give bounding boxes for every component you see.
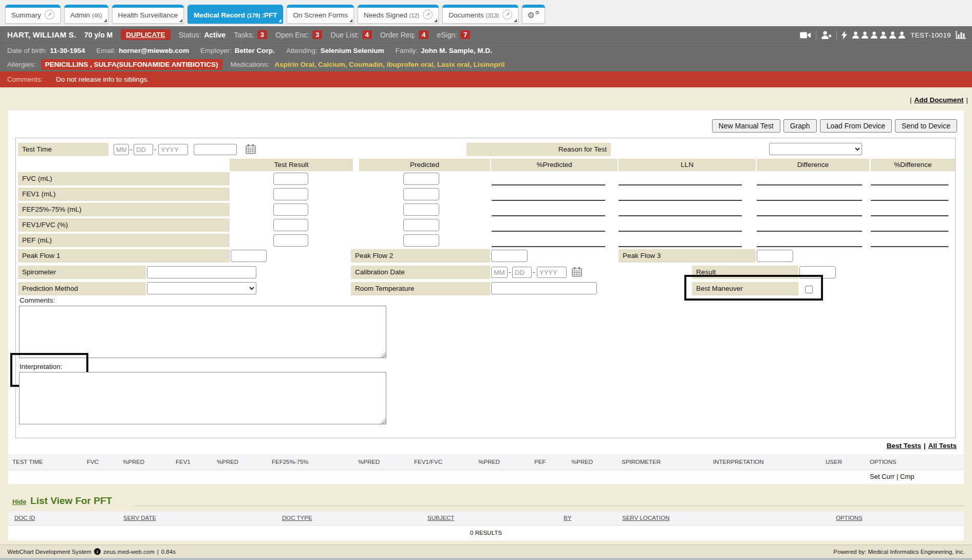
- popout-icon[interactable]: ↗: [423, 10, 433, 20]
- test-time-time-input[interactable]: [194, 144, 237, 155]
- fef25-75-pct-predicted-line: [492, 215, 605, 216]
- results-col-test-time: TEST TIME: [12, 459, 43, 465]
- list-col-subject[interactable]: SUBJECT: [427, 515, 454, 521]
- list-col-serv-date[interactable]: SERV DATE: [123, 515, 156, 521]
- calendar-icon[interactable]: [572, 267, 582, 277]
- load-from-device-button[interactable]: Load From Device: [820, 119, 892, 133]
- fvc-predicted-input[interactable]: [403, 173, 439, 185]
- due-list-counter[interactable]: Due List: 4: [330, 30, 371, 39]
- calibration-month-input[interactable]: [491, 267, 508, 278]
- fvc-difference-line: [757, 184, 862, 185]
- order-req-badge[interactable]: 4: [419, 30, 428, 39]
- room-temperature-label: Room Temperature: [351, 282, 490, 295]
- reason-for-test-select[interactable]: [769, 143, 862, 155]
- room-temperature-input[interactable]: [491, 282, 597, 294]
- fvc-pct-difference-line: [871, 184, 948, 185]
- duplicate-flag[interactable]: DUPLICATE: [121, 29, 170, 40]
- peak-flow-1-label: Peak Flow 1: [18, 249, 230, 263]
- fef25-75-test-result-input[interactable]: [273, 203, 308, 216]
- due-list-badge[interactable]: 4: [362, 30, 372, 39]
- best-tests-link[interactable]: Best Tests: [887, 442, 921, 450]
- list-col-doc-id[interactable]: DOC ID: [14, 515, 35, 521]
- send-to-device-button[interactable]: Send to Device: [895, 119, 957, 133]
- peak-flow-2-input[interactable]: [491, 250, 528, 262]
- new-manual-test-button[interactable]: New Manual Test: [712, 119, 780, 133]
- fev1-test-result-input[interactable]: [273, 188, 308, 200]
- pft-document-list-table: DOC ID SERV DATE DOC TYPE SUBJECT BY SER…: [8, 511, 964, 540]
- tab-medical-record[interactable]: Medical Record (179) :PFT: [188, 5, 283, 24]
- results-filter-links: Best Tests|All Tests: [887, 442, 957, 450]
- stats-chart-icon[interactable]: [956, 31, 966, 39]
- divider: [836, 31, 837, 40]
- list-col-serv-location[interactable]: SERV LOCATION: [622, 515, 669, 521]
- graph-button[interactable]: Graph: [783, 119, 817, 133]
- tab-documents[interactable]: Documents (313) ↗: [442, 5, 518, 24]
- tab-count: (313): [486, 12, 499, 18]
- hide-link[interactable]: Hide: [12, 498, 26, 506]
- esign-counter[interactable]: eSign: 7: [437, 30, 470, 39]
- popout-icon[interactable]: ↗: [502, 10, 512, 20]
- footer-host: zeus.med-web.com: [103, 549, 155, 555]
- result-input[interactable]: [799, 266, 836, 278]
- fef25-75-predicted-input[interactable]: [403, 203, 439, 216]
- settings-gear-button[interactable]: ⚙ ⚙: [522, 5, 545, 24]
- patients-group-icons[interactable]: [852, 31, 906, 39]
- person-add-icon[interactable]: [821, 31, 832, 39]
- calibration-day-input[interactable]: [512, 267, 532, 278]
- set-curr-cmp-links[interactable]: Set Curr | Cmp: [870, 473, 914, 480]
- results-col-fvc: FVC: [87, 459, 99, 465]
- test-time-day-input[interactable]: [134, 144, 153, 155]
- row-label-fvc: FVC (mL): [18, 172, 230, 185]
- calibration-date-label: Calibration Date: [351, 266, 490, 279]
- reason-for-test-label: Reason for Test: [466, 143, 611, 156]
- tab-admin[interactable]: Admin (46): [64, 5, 108, 24]
- prediction-method-select[interactable]: [147, 282, 256, 294]
- list-col-doc-type[interactable]: DOC TYPE: [282, 515, 312, 521]
- results-col-pef: PEF: [534, 459, 546, 465]
- tab-summary[interactable]: Summary ↗: [5, 5, 61, 24]
- tasks-counter[interactable]: Tasks: 3: [234, 30, 267, 39]
- calibration-year-input[interactable]: [537, 267, 567, 278]
- footer-powered-by: Powered by: Medical Informatics Engineer…: [833, 549, 965, 555]
- bottom-strip: [0, 558, 972, 560]
- popout-icon[interactable]: ↗: [45, 10, 54, 20]
- peak-flow-3-input[interactable]: [757, 250, 793, 262]
- pef-test-result-input[interactable]: [273, 234, 308, 247]
- list-table-header: DOC ID SERV DATE DOC TYPE SUBJECT BY SER…: [8, 511, 964, 526]
- fvc-test-result-input[interactable]: [273, 173, 308, 185]
- spirometer-input[interactable]: [147, 266, 256, 278]
- open-enc-counter[interactable]: Open Enc: 3: [275, 30, 322, 39]
- esign-badge[interactable]: 7: [460, 30, 470, 39]
- column-header-predicted: Predicted: [359, 159, 490, 171]
- pef-pct-predicted-line: [492, 246, 605, 247]
- comments-textarea[interactable]: [19, 306, 386, 358]
- all-tests-link[interactable]: All Tests: [928, 442, 957, 450]
- add-document-link[interactable]: Add Document: [914, 96, 963, 104]
- best-maneuver-checkbox[interactable]: [805, 286, 813, 293]
- test-time-month-input[interactable]: [114, 144, 129, 155]
- interpretation-textarea[interactable]: [19, 372, 386, 424]
- peak-flow-1-input[interactable]: [231, 250, 267, 262]
- tab-needs-signed[interactable]: Needs Signed (12) ↗: [358, 5, 439, 24]
- calendar-icon[interactable]: [246, 144, 256, 154]
- test-time-year-input[interactable]: [158, 144, 188, 155]
- list-col-by[interactable]: BY: [564, 515, 571, 521]
- lightning-icon[interactable]: [842, 31, 847, 40]
- row-label-fev1-fvc: FEV1/FVC (%): [18, 218, 230, 232]
- fev1-fvc-test-result-input[interactable]: [273, 219, 308, 231]
- open-enc-badge[interactable]: 3: [312, 30, 322, 39]
- tab-on-screen-forms[interactable]: On Screen Forms: [287, 5, 354, 24]
- allergies-value[interactable]: PENICILLINS , SULFA(SULFONAMIDE ANTIBIOT…: [41, 59, 222, 70]
- patient-comments-bar: Comments: Do not release info to sibling…: [0, 71, 972, 87]
- list-col-options[interactable]: OPTIONS: [836, 515, 863, 521]
- patient-status: Status: Active: [179, 31, 226, 39]
- video-camera-icon[interactable]: [800, 31, 811, 39]
- order-req-counter[interactable]: Order Req: 4: [380, 30, 428, 39]
- info-icon[interactable]: i: [94, 548, 101, 555]
- footer-system-name: WebChart Development System: [7, 549, 91, 555]
- fev1-fvc-predicted-input[interactable]: [403, 219, 439, 231]
- tab-health-surveillance[interactable]: Health Surveillance: [112, 5, 184, 24]
- tasks-badge[interactable]: 3: [257, 30, 267, 39]
- pef-predicted-input[interactable]: [403, 234, 439, 247]
- fev1-predicted-input[interactable]: [403, 188, 439, 200]
